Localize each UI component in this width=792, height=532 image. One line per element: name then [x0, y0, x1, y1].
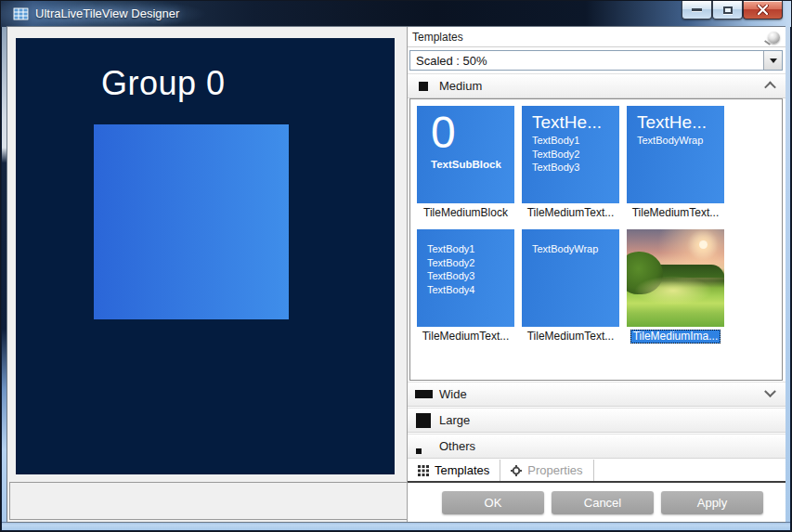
template-tile-text04[interactable]: TextBodyWrap TileMediumText... [522, 229, 619, 344]
scale-combobox-value: Scaled : 50% [410, 54, 763, 68]
scale-combobox-dropdown-button[interactable] [763, 51, 782, 70]
tile-heading: TextHe... [627, 106, 724, 134]
tile-body-line: TextBody1 [417, 242, 514, 256]
tileview-preview-canvas[interactable]: Group 0 [16, 38, 395, 474]
landscape-photo[interactable] [627, 229, 724, 327]
tile-preview-text01[interactable]: TextHe... TextBody1 TextBody2 TextBody3 [522, 106, 619, 203]
window-title: UltraLiveTileView Designer [35, 6, 179, 20]
section-label-wide: Wide [439, 387, 766, 401]
tile-body-line: TextBodyWrap [627, 134, 724, 148]
tile-preview-text03[interactable]: TextBody1 TextBody2 TextBody3 TextBody4 [417, 229, 514, 327]
group-title: Group 0 [101, 64, 226, 103]
tile-caption: TileMediumText... [632, 206, 720, 220]
caption-buttons [682, 1, 783, 19]
tile-caption: TileMediumText... [422, 330, 510, 344]
tile-body-line: TextBody3 [417, 269, 514, 283]
templates-pane-header: Templates [408, 28, 786, 47]
tile-big-number: 0 [417, 106, 514, 156]
section-label-medium: Medium [439, 79, 766, 93]
tile-caption-selected: TileMediumIma... [630, 330, 721, 344]
tile-preview-block[interactable]: 0 TextSubBlock [417, 106, 514, 203]
minimize-button[interactable] [682, 1, 712, 19]
tab-properties-label: Properties [527, 463, 582, 477]
template-tile-text01[interactable]: TextHe... TextBody1 TextBody2 TextBody3 … [522, 106, 619, 220]
large-size-icon [408, 413, 439, 428]
restore-icon [723, 6, 733, 14]
cancel-button[interactable]: Cancel [552, 491, 654, 514]
preview-region: Group 0 [7, 27, 407, 522]
chevron-down-icon [770, 58, 777, 63]
grid-icon [418, 465, 429, 476]
pin-icon[interactable] [768, 32, 780, 44]
preview-tile[interactable] [94, 124, 289, 319]
tile-body-line: TextBody3 [522, 161, 619, 175]
tile-body-line: TextBody2 [522, 148, 619, 162]
bottom-spacer-panel [9, 482, 407, 520]
template-tile-mediumblock[interactable]: 0 TextSubBlock TileMediumBlock [417, 106, 514, 220]
section-header-large[interactable]: Large [408, 408, 786, 433]
sun-graphic [699, 240, 708, 249]
section-label-others: Others [439, 439, 786, 453]
gear-icon [511, 465, 522, 476]
wide-size-icon [408, 390, 439, 398]
apply-button[interactable]: Apply [661, 491, 763, 514]
tab-templates-label: Templates [435, 463, 489, 477]
tile-preview-text02[interactable]: TextHe... TextBodyWrap [627, 106, 724, 203]
client-area: Group 0 Templates Scaled : 50% Medium [7, 27, 785, 522]
ok-button[interactable]: OK [442, 491, 544, 514]
tile-heading: TextHe... [522, 106, 619, 134]
tile-body-line: TextBodyWrap [522, 242, 619, 256]
others-size-icon [408, 439, 439, 454]
tile-sub-label: TextSubBlock [417, 159, 514, 170]
medium-size-icon [408, 82, 439, 91]
template-tile-image[interactable]: TileMediumIma... [627, 229, 724, 344]
meadow-glow-graphic [634, 276, 712, 305]
tile-caption: TileMediumText... [527, 330, 615, 344]
chevron-up-icon[interactable] [764, 82, 776, 94]
template-tile-text02[interactable]: TextHe... TextBodyWrap TileMediumText... [627, 106, 724, 220]
section-header-medium[interactable]: Medium [408, 73, 786, 98]
section-header-others[interactable]: Others [408, 434, 786, 459]
dialog-buttonbar: OK Cancel Apply [408, 483, 786, 522]
tile-preview-text04[interactable]: TextBodyWrap [522, 229, 619, 327]
restore-button[interactable] [712, 1, 743, 19]
tab-templates[interactable]: Templates [408, 460, 500, 481]
window-frame-bottom [2, 522, 790, 530]
tile-body-line: TextBody1 [522, 134, 619, 148]
scale-combobox[interactable]: Scaled : 50% [409, 50, 783, 71]
close-icon [757, 5, 769, 15]
app-icon [13, 7, 29, 20]
tile-caption: TileMediumText... [527, 206, 615, 220]
titlebar: UltraLiveTileView Designer [1, 1, 791, 27]
close-button[interactable] [743, 1, 783, 19]
template-tile-text03[interactable]: TextBody1 TextBody2 TextBody3 TextBody4 … [417, 229, 514, 344]
section-label-large: Large [439, 413, 786, 427]
tile-caption: TileMediumBlock [423, 206, 508, 220]
templates-pane-title: Templates [412, 31, 768, 44]
templates-pane: Templates Scaled : 50% Medium [407, 27, 786, 522]
tile-body-line: TextBody2 [417, 256, 514, 270]
tile-body-line: TextBody4 [417, 283, 514, 297]
bottom-tabstrip: Templates Properties [408, 460, 786, 483]
minimize-icon [692, 8, 702, 11]
tab-properties[interactable]: Properties [500, 460, 593, 481]
chevron-down-icon[interactable] [764, 385, 776, 397]
medium-templates-grid: 0 TextSubBlock TileMediumBlock TextHe...… [409, 98, 783, 381]
designer-window: UltraLiveTileView Designer Group 0 [0, 0, 792, 532]
section-header-wide[interactable]: Wide [408, 382, 786, 407]
